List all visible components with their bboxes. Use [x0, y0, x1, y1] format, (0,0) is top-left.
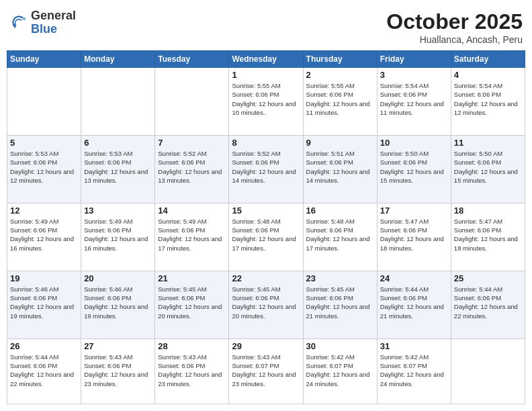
- calendar-day-cell: 14Sunrise: 5:49 AM Sunset: 6:06 PM Dayli…: [155, 203, 229, 271]
- logo-text: General Blue: [31, 9, 76, 36]
- day-number: 22: [232, 273, 300, 283]
- day-number: 20: [84, 273, 152, 283]
- calendar-day-cell: 3Sunrise: 5:54 AM Sunset: 6:06 PM Daylig…: [377, 68, 451, 136]
- calendar-day-cell: 10Sunrise: 5:50 AM Sunset: 6:06 PM Dayli…: [377, 135, 451, 203]
- calendar: SundayMondayTuesdayWednesdayThursdayFrid…: [7, 50, 525, 404]
- calendar-day-cell: [81, 68, 155, 136]
- calendar-day-cell: 16Sunrise: 5:48 AM Sunset: 6:06 PM Dayli…: [303, 203, 377, 271]
- header: General Blue October 2025 Huallanca, Anc…: [7, 7, 525, 45]
- day-info: Sunrise: 5:55 AM Sunset: 6:06 PM Dayligh…: [306, 81, 374, 117]
- day-number: 16: [306, 205, 374, 216]
- day-number: 27: [84, 341, 152, 351]
- day-number: 15: [232, 205, 300, 216]
- calendar-day-cell: 6Sunrise: 5:53 AM Sunset: 6:06 PM Daylig…: [81, 135, 155, 203]
- calendar-day-cell: 1Sunrise: 5:55 AM Sunset: 6:06 PM Daylig…: [229, 68, 303, 136]
- calendar-day-cell: 28Sunrise: 5:43 AM Sunset: 6:06 PM Dayli…: [155, 338, 229, 404]
- day-info: Sunrise: 5:42 AM Sunset: 6:07 PM Dayligh…: [306, 353, 374, 388]
- day-number: 7: [158, 138, 226, 148]
- calendar-day-cell: 19Sunrise: 5:46 AM Sunset: 6:06 PM Dayli…: [7, 271, 81, 338]
- logo: General Blue: [9, 9, 76, 36]
- calendar-day-cell: 7Sunrise: 5:52 AM Sunset: 6:06 PM Daylig…: [155, 135, 229, 203]
- day-number: 23: [306, 273, 374, 283]
- calendar-week-row: 12Sunrise: 5:49 AM Sunset: 6:06 PM Dayli…: [7, 203, 525, 271]
- day-number: 13: [84, 205, 152, 216]
- day-info: Sunrise: 5:53 AM Sunset: 6:06 PM Dayligh…: [84, 149, 152, 185]
- calendar-day-cell: 21Sunrise: 5:45 AM Sunset: 6:06 PM Dayli…: [155, 271, 229, 338]
- day-of-week-header: Friday: [377, 51, 451, 68]
- calendar-week-row: 19Sunrise: 5:46 AM Sunset: 6:06 PM Dayli…: [7, 271, 525, 338]
- day-info: Sunrise: 5:52 AM Sunset: 6:06 PM Dayligh…: [158, 149, 226, 185]
- day-number: 18: [454, 205, 522, 216]
- day-number: 25: [454, 273, 522, 283]
- calendar-day-cell: 5Sunrise: 5:53 AM Sunset: 6:06 PM Daylig…: [7, 135, 81, 203]
- calendar-day-cell: 13Sunrise: 5:49 AM Sunset: 6:06 PM Dayli…: [81, 203, 155, 271]
- day-number: 26: [10, 341, 78, 351]
- day-info: Sunrise: 5:47 AM Sunset: 6:06 PM Dayligh…: [454, 217, 522, 253]
- day-info: Sunrise: 5:50 AM Sunset: 6:06 PM Dayligh…: [380, 149, 448, 185]
- calendar-day-cell: 15Sunrise: 5:48 AM Sunset: 6:06 PM Dayli…: [229, 203, 303, 271]
- calendar-day-cell: 9Sunrise: 5:51 AM Sunset: 6:06 PM Daylig…: [303, 135, 377, 203]
- day-info: Sunrise: 5:44 AM Sunset: 6:06 PM Dayligh…: [380, 285, 448, 320]
- calendar-day-cell: 2Sunrise: 5:55 AM Sunset: 6:06 PM Daylig…: [303, 68, 377, 136]
- logo-general-text: General: [31, 9, 76, 22]
- day-of-week-header: Wednesday: [229, 51, 303, 68]
- day-info: Sunrise: 5:49 AM Sunset: 6:06 PM Dayligh…: [10, 217, 78, 253]
- day-number: 1: [232, 70, 300, 80]
- day-of-week-header: Tuesday: [155, 51, 229, 68]
- day-number: 2: [306, 70, 374, 80]
- calendar-day-cell: [451, 338, 525, 404]
- day-info: Sunrise: 5:54 AM Sunset: 6:06 PM Dayligh…: [454, 81, 522, 117]
- calendar-day-cell: [155, 68, 229, 136]
- day-info: Sunrise: 5:46 AM Sunset: 6:06 PM Dayligh…: [84, 285, 152, 320]
- calendar-day-cell: 25Sunrise: 5:44 AM Sunset: 6:06 PM Dayli…: [451, 271, 525, 338]
- day-number: 4: [454, 70, 522, 80]
- day-of-week-header: Monday: [81, 51, 155, 68]
- day-number: 24: [380, 273, 448, 283]
- day-info: Sunrise: 5:44 AM Sunset: 6:06 PM Dayligh…: [10, 353, 78, 388]
- calendar-week-row: 1Sunrise: 5:55 AM Sunset: 6:06 PM Daylig…: [7, 68, 525, 136]
- day-info: Sunrise: 5:45 AM Sunset: 6:06 PM Dayligh…: [306, 285, 374, 320]
- day-number: 29: [232, 341, 300, 351]
- day-of-week-header: Thursday: [303, 51, 377, 68]
- calendar-day-cell: 17Sunrise: 5:47 AM Sunset: 6:06 PM Dayli…: [377, 203, 451, 271]
- day-info: Sunrise: 5:45 AM Sunset: 6:06 PM Dayligh…: [158, 285, 226, 320]
- day-info: Sunrise: 5:48 AM Sunset: 6:06 PM Dayligh…: [232, 217, 300, 253]
- month-title: October 2025: [386, 9, 523, 34]
- day-number: 5: [10, 138, 78, 148]
- day-info: Sunrise: 5:47 AM Sunset: 6:06 PM Dayligh…: [380, 217, 448, 253]
- calendar-day-cell: 20Sunrise: 5:46 AM Sunset: 6:06 PM Dayli…: [81, 271, 155, 338]
- calendar-day-cell: 23Sunrise: 5:45 AM Sunset: 6:06 PM Dayli…: [303, 271, 377, 338]
- day-number: 6: [84, 138, 152, 148]
- calendar-day-cell: 12Sunrise: 5:49 AM Sunset: 6:06 PM Dayli…: [7, 203, 81, 271]
- day-number: 12: [10, 205, 78, 216]
- day-of-week-header: Saturday: [451, 51, 525, 68]
- day-of-week-header: Sunday: [7, 51, 81, 68]
- day-info: Sunrise: 5:54 AM Sunset: 6:06 PM Dayligh…: [380, 81, 448, 117]
- day-info: Sunrise: 5:43 AM Sunset: 6:07 PM Dayligh…: [232, 353, 300, 388]
- day-info: Sunrise: 5:49 AM Sunset: 6:06 PM Dayligh…: [158, 217, 226, 253]
- calendar-day-cell: 31Sunrise: 5:42 AM Sunset: 6:07 PM Dayli…: [377, 338, 451, 404]
- calendar-day-cell: 29Sunrise: 5:43 AM Sunset: 6:07 PM Dayli…: [229, 338, 303, 404]
- calendar-day-cell: 30Sunrise: 5:42 AM Sunset: 6:07 PM Dayli…: [303, 338, 377, 404]
- day-number: 28: [158, 341, 226, 351]
- calendar-day-cell: 11Sunrise: 5:50 AM Sunset: 6:06 PM Dayli…: [451, 135, 525, 203]
- calendar-week-row: 26Sunrise: 5:44 AM Sunset: 6:06 PM Dayli…: [7, 338, 525, 404]
- day-info: Sunrise: 5:43 AM Sunset: 6:06 PM Dayligh…: [84, 353, 152, 388]
- location: Huallanca, Ancash, Peru: [386, 34, 523, 45]
- day-info: Sunrise: 5:44 AM Sunset: 6:06 PM Dayligh…: [454, 285, 522, 320]
- day-info: Sunrise: 5:50 AM Sunset: 6:06 PM Dayligh…: [454, 149, 522, 185]
- calendar-day-cell: [7, 68, 81, 136]
- day-number: 31: [380, 341, 448, 351]
- day-info: Sunrise: 5:45 AM Sunset: 6:06 PM Dayligh…: [232, 285, 300, 320]
- day-info: Sunrise: 5:51 AM Sunset: 6:06 PM Dayligh…: [306, 149, 374, 185]
- day-info: Sunrise: 5:42 AM Sunset: 6:07 PM Dayligh…: [380, 353, 448, 388]
- day-number: 8: [232, 138, 300, 148]
- day-number: 11: [454, 138, 522, 148]
- page: General Blue October 2025 Huallanca, Anc…: [0, 0, 532, 411]
- title-block: October 2025 Huallanca, Ancash, Peru: [386, 9, 523, 45]
- calendar-day-cell: 8Sunrise: 5:52 AM Sunset: 6:06 PM Daylig…: [229, 135, 303, 203]
- day-number: 17: [380, 205, 448, 216]
- logo-blue-text: Blue: [31, 22, 57, 36]
- calendar-day-cell: 22Sunrise: 5:45 AM Sunset: 6:06 PM Dayli…: [229, 271, 303, 338]
- day-info: Sunrise: 5:53 AM Sunset: 6:06 PM Dayligh…: [10, 149, 78, 185]
